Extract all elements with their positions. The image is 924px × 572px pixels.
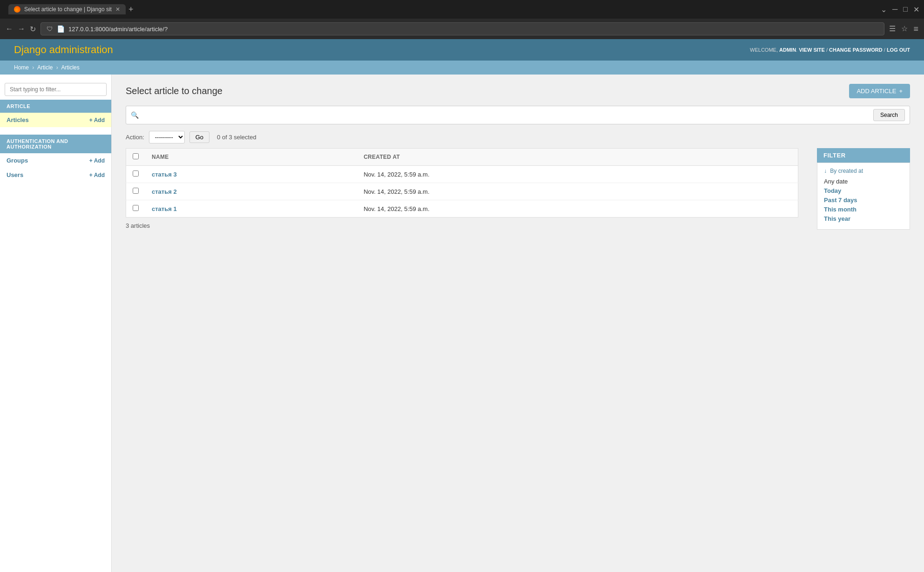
action-go-button[interactable]: Go (189, 131, 209, 143)
filter-header: FILTER (817, 148, 910, 163)
tab-title: Select article to change | Django sit (24, 6, 112, 13)
breadcrumb-sep-2: › (56, 64, 58, 71)
filter-link-past7[interactable]: Past 7 days (824, 197, 857, 204)
content-header: Select article to change ADD ARTICLE + (126, 84, 910, 98)
filter-arrow-icon: ↓ (824, 168, 827, 174)
minimize-icon[interactable]: ─ (892, 5, 897, 14)
filter-option-any-date: Any date (824, 178, 903, 185)
reader-view-icon[interactable]: ☰ (889, 24, 896, 34)
sidebar-filter-input[interactable] (5, 83, 107, 96)
filter-options: Any date Today Past 7 days This month (824, 178, 903, 222)
sidebar-item-articles: Articles + Add (0, 113, 111, 127)
breadcrumb-current: Articles (61, 64, 79, 71)
article-created-3: Nov. 14, 2022, 5:59 a.m. (357, 200, 798, 218)
filter-option-this-year: This year (824, 215, 903, 222)
sidebar-users-add[interactable]: + Add (89, 172, 105, 178)
forward-button[interactable]: → (18, 25, 25, 33)
filter-link-today[interactable]: Today (824, 187, 841, 194)
table-row: статья 3 Nov. 14, 2022, 5:59 a.m. (126, 166, 798, 183)
back-button[interactable]: ← (6, 25, 13, 33)
site-title[interactable]: Django administration (14, 44, 113, 56)
article-count: 3 articles (126, 222, 798, 229)
action-bar: Action: --------- Go 0 of 3 selected (126, 131, 910, 143)
sidebar-section-article: ARTICLE (0, 100, 111, 113)
row-checkbox-3[interactable] (133, 205, 139, 211)
selected-count: 0 of 3 selected (217, 134, 256, 141)
welcome-text: WELCOME, (750, 47, 778, 53)
url-display: 127.0.0.1:8000/admin/article/article/? (68, 26, 168, 33)
sidebar-users-link[interactable]: Users (7, 171, 23, 178)
view-site-link[interactable]: VIEW SITE (799, 47, 825, 53)
action-select[interactable]: --------- (149, 131, 185, 143)
add-article-label: ADD ARTICLE (857, 88, 896, 95)
filter-link-this-month[interactable]: This month (824, 206, 857, 213)
filter-body: ↓ By created at Any date Today Past 7 (817, 163, 910, 230)
filter-option-past7: Past 7 days (824, 197, 903, 204)
admin-content: ARTICLE Articles + Add AUTHENTICATION AN… (0, 75, 924, 572)
menu-icon[interactable]: ≡ (913, 24, 918, 34)
address-bar[interactable]: 🛡 📄 127.0.0.1:8000/admin/article/article… (40, 22, 884, 35)
sidebar-item-groups: Groups + Add (0, 153, 111, 168)
user-tools: WELCOME, ADMIN. VIEW SITE / CHANGE PASSW… (750, 47, 910, 53)
breadcrumb-sep-1: › (32, 64, 34, 71)
page-title: Select article to change (126, 86, 223, 96)
main-content: Select article to change ADD ARTICLE + 🔍… (112, 75, 924, 572)
tab-dropdown-icon[interactable]: ⌄ (881, 5, 887, 14)
breadcrumb: Home › Article › Articles (0, 61, 924, 75)
sidebar-groups-link[interactable]: Groups (7, 157, 28, 164)
filter-option-this-month: This month (824, 206, 903, 213)
search-button[interactable]: Search (873, 109, 905, 121)
admin-header: Django administration WELCOME, ADMIN. VI… (0, 39, 924, 61)
security-icon: 🛡 (47, 25, 53, 33)
article-created-2: Nov. 14, 2022, 5:59 a.m. (357, 183, 798, 200)
breadcrumb-home[interactable]: Home (14, 64, 29, 71)
action-label: Action: (126, 134, 144, 141)
log-out-link[interactable]: LOG OUT (887, 47, 910, 53)
reload-button[interactable]: ↻ (30, 25, 36, 34)
select-all-checkbox[interactable] (133, 153, 139, 159)
close-window-icon[interactable]: ✕ (913, 5, 919, 14)
sidebar-articles-add[interactable]: + Add (89, 117, 105, 123)
close-tab-button[interactable]: ✕ (115, 6, 120, 13)
browser-tab[interactable]: Select article to change | Django sit ✕ (8, 4, 126, 14)
sidebar-groups-add[interactable]: + Add (89, 157, 105, 164)
row-checkbox-2[interactable] (133, 188, 139, 194)
bookmark-icon[interactable]: ☆ (901, 24, 908, 34)
add-article-button[interactable]: ADD ARTICLE + (849, 84, 910, 98)
change-password-link[interactable]: CHANGE PASSWORD (829, 47, 883, 53)
maximize-icon[interactable]: □ (903, 5, 908, 14)
add-article-plus-icon: + (899, 88, 903, 95)
sidebar-section-auth: AUTHENTICATION AND AUTHORIZATION (0, 135, 111, 153)
table-row: статья 1 Nov. 14, 2022, 5:59 a.m. (126, 200, 798, 218)
article-link-1[interactable]: статья 3 (152, 171, 177, 178)
article-link-3[interactable]: статья 1 (152, 205, 177, 212)
search-bar: 🔍 Search (126, 106, 910, 124)
django-admin: Django administration WELCOME, ADMIN. VI… (0, 39, 924, 572)
table-row: статья 2 Nov. 14, 2022, 5:59 a.m. (126, 183, 798, 200)
sidebar-articles-link[interactable]: Articles (7, 116, 29, 123)
sidebar-item-users: Users + Add (0, 168, 111, 182)
article-link-2[interactable]: статья 2 (152, 188, 177, 195)
filter-link-this-year[interactable]: This year (824, 215, 850, 222)
filter-option-today: Today (824, 187, 903, 194)
admin-username: ADMIN (779, 47, 796, 53)
col-created-at: CREATED AT (357, 149, 798, 166)
breadcrumb-section[interactable]: Article (37, 64, 53, 71)
row-checkbox-1[interactable] (133, 170, 139, 177)
filter-panel: FILTER ↓ By created at Any date Today (817, 148, 910, 230)
article-created-1: Nov. 14, 2022, 5:59 a.m. (357, 166, 798, 183)
search-icon: 🔍 (131, 111, 139, 119)
search-input[interactable] (142, 112, 870, 119)
filter-section-title: ↓ By created at (824, 168, 903, 174)
articles-table: NAME CREATED AT статья 3 Nov. 14, 2022, … (126, 148, 798, 218)
tab-favicon (14, 6, 20, 13)
page-icon: 📄 (57, 25, 65, 33)
sidebar: ARTICLE Articles + Add AUTHENTICATION AN… (0, 75, 112, 572)
select-all-col (126, 149, 146, 166)
filter-link-any-date[interactable]: Any date (824, 178, 848, 185)
new-tab-button[interactable]: + (128, 5, 134, 14)
col-name: NAME (145, 149, 357, 166)
